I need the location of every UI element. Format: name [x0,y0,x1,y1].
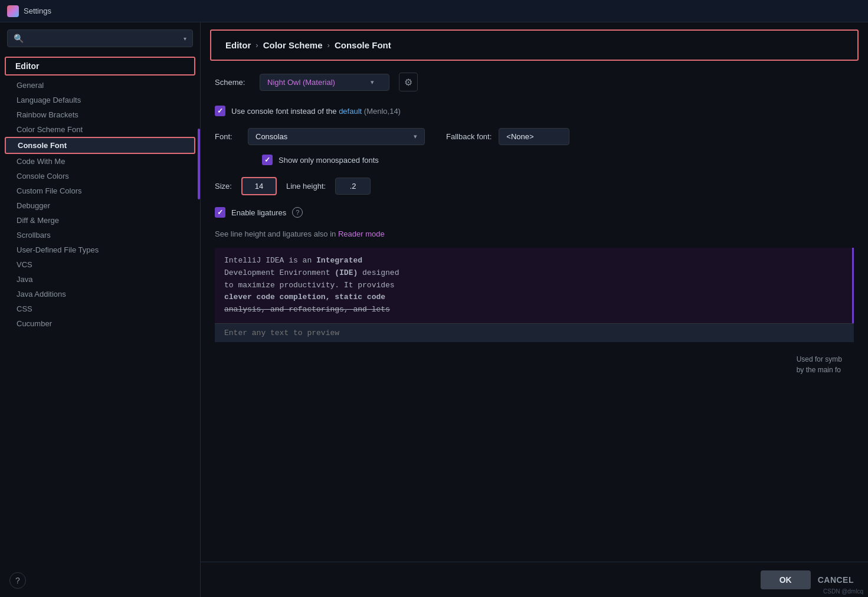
breadcrumb: Editor › Color Scheme › Console Font [210,29,859,61]
ligatures-label: Enable ligatures [231,208,286,217]
preview-box: IntelliJ IDEA is an Integrated Developme… [215,248,854,323]
fallback-label: Fallback font: [446,132,492,141]
help-icon: ? [15,576,20,585]
font-dropdown-arrow-icon: ▾ [414,133,417,140]
preview-text-input[interactable] [215,323,854,342]
breadcrumb-sep-1: › [256,41,258,50]
sidebar-item-general[interactable]: General [0,78,200,93]
preview-line-1: IntelliJ IDEA is an Integrated [224,255,844,267]
title-bar-text: Settings [24,6,51,15]
app-icon [7,5,19,17]
sidebar: 🔍 ▾ Editor General Language Defaults Rai… [0,22,201,597]
sidebar-item-css[interactable]: CSS [0,301,200,316]
fallback-input[interactable]: <None> [499,128,569,145]
sidebar-item-language-defaults[interactable]: Language Defaults [0,93,200,107]
monospaced-checkbox[interactable] [262,155,273,165]
line-height-input[interactable] [335,178,371,195]
sidebar-item-rainbow-brackets[interactable]: Rainbow Brackets [0,107,200,122]
sidebar-item-diff-merge[interactable]: Diff & Merge [0,213,200,228]
preview-line-3: to maximize productivity. It provides [224,280,844,292]
sidebar-item-debugger[interactable]: Debugger [0,198,200,213]
monospaced-label: Show only monospaced fonts [279,156,379,165]
preview-line-4: clever code completion, static code [224,291,844,304]
scheme-dropdown-arrow-icon: ▾ [371,78,374,86]
sidebar-nav: Editor General Language Defaults Rainbow… [0,54,200,597]
scheme-label: Scheme: [215,78,250,87]
preview-cursor [852,248,854,323]
preview-line-2: Development Environment (IDE) designed [224,267,844,280]
sidebar-item-console-font[interactable]: Console Font [5,137,195,154]
breadcrumb-sep-2: › [327,41,330,50]
sidebar-item-vcs[interactable]: VCS [0,257,200,272]
scheme-value: Night Owl (Material) [267,78,335,87]
watermark: CSDN @dmlcq [823,588,863,595]
line-height-note: See line height and ligatures also in Re… [215,229,854,238]
sidebar-item-java[interactable]: Java [0,272,200,287]
search-chevron-icon: ▾ [184,35,186,42]
gear-icon: ⚙ [404,77,412,88]
font-value: Consolas [256,132,287,141]
search-box[interactable]: 🔍 ▾ [7,29,193,47]
use-console-font-row: Use console font instead of the default … [215,106,854,116]
size-input[interactable] [241,177,277,195]
right-note-line1: Used for symb [797,354,842,365]
right-note-line2: by the main fo [797,365,842,375]
scroll-indicator [198,129,200,199]
cancel-button[interactable]: CANCEL [818,575,854,585]
font-dropdown[interactable]: Consolas ▾ [248,128,425,145]
sidebar-section-editor[interactable]: Editor [5,57,195,76]
preview-container: IntelliJ IDEA is an Integrated Developme… [215,248,854,342]
ligatures-help-icon[interactable]: ? [292,207,303,218]
scheme-row: Scheme: Night Owl (Material) ▾ ⚙ [215,73,854,91]
monospaced-row: Show only monospaced fonts [215,155,854,165]
use-console-font-label: Use console font instead of the default … [231,107,401,116]
breadcrumb-console-font: Console Font [335,40,391,50]
sidebar-item-user-defined-file-types[interactable]: User-Defined File Types [0,242,200,257]
use-console-font-checkbox[interactable] [215,106,225,116]
default-link[interactable]: default [339,107,362,116]
font-label: Font: [215,132,238,141]
line-height-label: Line height: [286,182,326,191]
search-icon: 🔍 [14,34,24,43]
sidebar-item-console-colors[interactable]: Console Colors [0,169,200,183]
right-note: Used for symb by the main fo [797,354,842,375]
sidebar-item-custom-file-colors[interactable]: Custom File Colors [0,183,200,198]
sidebar-item-code-with-me[interactable]: Code With Me [0,154,200,169]
help-button[interactable]: ? [9,572,26,589]
content-area: Editor › Color Scheme › Console Font Sch… [201,22,868,597]
sidebar-item-color-scheme-font[interactable]: Color Scheme Font [0,122,200,137]
scheme-gear-button[interactable]: ⚙ [399,73,418,91]
size-row: Size: Line height: [215,177,854,195]
sidebar-item-scrollbars[interactable]: Scrollbars [0,228,200,242]
size-label: Size: [215,182,232,191]
sidebar-item-cucumber[interactable]: Cucumber [0,316,200,331]
sidebar-item-java-additions[interactable]: Java Additions [0,287,200,301]
preview-line-5: analysis, and refactorings, and lets [224,304,844,316]
font-row: Font: Consolas ▾ Fallback font: <None> [215,128,854,145]
bottom-bar: OK CANCEL [201,562,868,597]
scheme-dropdown[interactable]: Night Owl (Material) ▾ [260,74,389,91]
settings-content: Scheme: Night Owl (Material) ▾ ⚙ Use con… [201,68,868,562]
ligatures-checkbox[interactable] [215,207,225,218]
breadcrumb-color-scheme: Color Scheme [263,40,323,50]
default-value: (Menlo,14) [364,107,401,116]
reader-mode-link[interactable]: Reader mode [338,229,385,238]
fallback-section: Fallback font: <None> [446,128,569,145]
breadcrumb-editor: Editor [225,40,251,50]
ligatures-row: Enable ligatures ? [215,207,854,218]
ok-button[interactable]: OK [761,570,811,589]
title-bar: Settings [0,0,868,22]
